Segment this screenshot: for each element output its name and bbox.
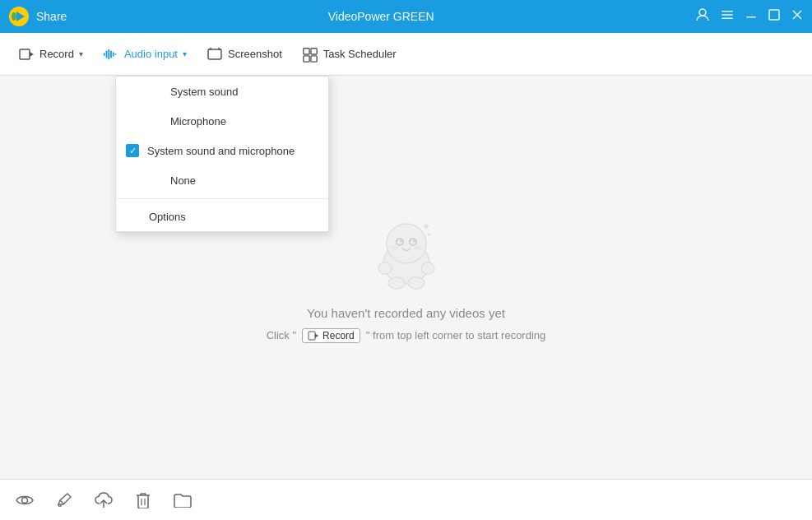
svg-rect-19 (208, 49, 221, 59)
dropdown-item-system-sound-microphone[interactable]: ✓ System sound and microphone (116, 136, 328, 165)
svg-line-45 (60, 500, 63, 504)
task-scheduler-button[interactable]: Task Scheduler (294, 41, 405, 67)
svg-rect-26 (304, 55, 309, 61)
svg-point-2 (12, 12, 16, 21)
task-scheduler-icon (302, 46, 318, 63)
svg-point-39 (421, 262, 434, 274)
empty-title: You haven't recorded any videos yet (307, 306, 505, 320)
hint-prefix: Click " (267, 329, 296, 341)
options-label: Options (149, 211, 186, 223)
mascot-image: ✦ ✦ (365, 212, 448, 298)
svg-rect-16 (110, 50, 112, 58)
window-controls (695, 7, 804, 26)
svg-point-32 (400, 239, 402, 242)
svg-rect-5 (722, 14, 733, 16)
check-box-icon: ✓ (126, 144, 139, 157)
audio-input-label: Audio input (124, 48, 178, 60)
svg-rect-11 (20, 49, 30, 59)
audio-input-icon (103, 46, 119, 63)
system-sound-microphone-label: System sound and microphone (147, 145, 295, 157)
svg-rect-14 (106, 50, 108, 58)
record-icon (18, 46, 35, 63)
svg-rect-15 (108, 49, 109, 59)
open-folder-button[interactable] (171, 489, 194, 512)
svg-rect-27 (311, 55, 317, 61)
screenshot-label: Screenshot (228, 48, 282, 60)
share-label[interactable]: Share (36, 10, 67, 23)
edit-button[interactable] (53, 489, 76, 512)
maximize-icon[interactable] (768, 8, 781, 25)
svg-text:✦: ✦ (426, 231, 432, 239)
microphone-label: Microphone (170, 115, 226, 128)
delete-button[interactable] (132, 489, 155, 512)
minimize-icon[interactable] (745, 8, 758, 25)
dropdown-item-none[interactable]: None (116, 165, 328, 195)
app-logo-icon (8, 6, 30, 27)
audio-input-chevron-icon: ▾ (183, 49, 187, 58)
hint-record-badge: Record (302, 328, 360, 343)
dropdown-item-microphone[interactable]: Microphone (116, 106, 328, 136)
preview-button[interactable] (13, 489, 36, 512)
svg-point-44 (22, 497, 28, 503)
close-icon[interactable] (791, 8, 804, 25)
svg-rect-42 (309, 332, 315, 340)
svg-point-41 (408, 277, 425, 289)
app-title: VideoPower GREEN (67, 10, 695, 23)
upload-button[interactable] (92, 489, 115, 512)
system-sound-label: System sound (170, 86, 238, 98)
svg-rect-8 (769, 10, 779, 20)
svg-point-35 (414, 245, 422, 250)
main-toolbar: Record ▾ Audio input ▾ (0, 33, 812, 76)
svg-rect-18 (114, 53, 116, 55)
task-scheduler-label: Task Scheduler (323, 48, 397, 60)
no-check-system-sound (149, 85, 162, 98)
user-icon[interactable] (695, 7, 710, 26)
svg-rect-24 (304, 48, 309, 53)
svg-point-3 (699, 9, 706, 16)
no-check-microphone (149, 114, 162, 128)
svg-rect-25 (311, 48, 317, 53)
dropdown-item-system-sound[interactable]: System sound (116, 77, 328, 106)
hint-suffix: " from top left corner to start recordin… (366, 329, 545, 341)
svg-rect-4 (722, 11, 733, 12)
svg-point-29 (387, 224, 426, 263)
no-check-none (149, 174, 162, 187)
svg-point-38 (378, 262, 392, 274)
bottom-toolbar (0, 479, 812, 520)
dropdown-divider (116, 198, 328, 199)
record-button[interactable]: Record ▾ (10, 41, 91, 67)
svg-point-33 (413, 239, 415, 242)
record-chevron-icon: ▾ (79, 49, 83, 58)
dropdown-item-options[interactable]: Options (116, 202, 328, 231)
audio-input-dropdown: System sound Microphone ✓ System sound a… (115, 76, 329, 232)
svg-rect-7 (746, 16, 756, 18)
screenshot-button[interactable]: Screenshot (198, 41, 290, 67)
titlebar-left: Share (8, 6, 67, 27)
hint-record-label: Record (322, 330, 355, 341)
audio-input-button[interactable]: Audio input ▾ (95, 41, 195, 67)
titlebar: Share VideoPower GREEN (0, 0, 812, 33)
svg-rect-17 (113, 52, 114, 56)
svg-marker-43 (315, 333, 318, 337)
screenshot-icon (206, 46, 223, 63)
menu-icon[interactable] (720, 7, 735, 26)
none-label: None (170, 174, 196, 187)
svg-rect-6 (722, 18, 733, 20)
svg-point-34 (391, 245, 399, 250)
empty-hint: Click " Record " from top left corner to… (267, 328, 546, 343)
svg-marker-12 (30, 52, 34, 57)
svg-rect-13 (104, 53, 105, 56)
record-label: Record (39, 48, 74, 60)
svg-point-40 (388, 277, 405, 289)
